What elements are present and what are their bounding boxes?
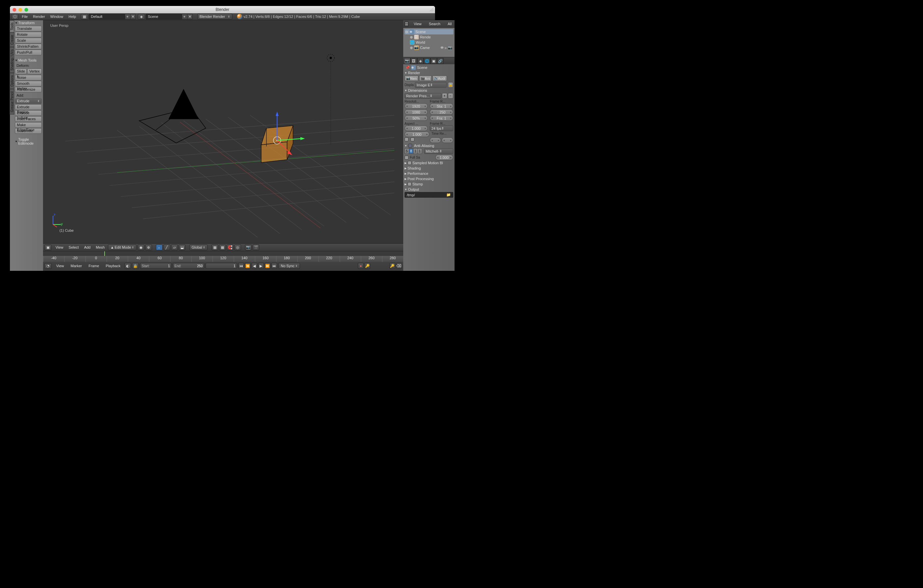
menu-help[interactable]: Help <box>66 15 79 18</box>
scene-field[interactable]: Scene <box>146 14 182 20</box>
randomize-button[interactable]: Randomize <box>15 87 42 92</box>
panel-performance[interactable]: Performance <box>404 171 453 176</box>
frame-end-field[interactable]: : 250 <box>430 109 453 115</box>
push-pull-button[interactable]: Push/Pull <box>15 50 42 55</box>
scene-delete-button[interactable]: ✕ <box>187 14 193 20</box>
play-reverse-icon[interactable]: ◀ <box>251 263 257 269</box>
scene-add-button[interactable]: + <box>182 14 187 20</box>
layout-browse-icon[interactable]: ▦ <box>81 14 88 20</box>
extrude-individual-button[interactable]: Extrude Individ... <box>15 110 42 116</box>
menu-mesh[interactable]: Mesh <box>94 245 107 249</box>
layout-add-button[interactable]: + <box>125 14 130 20</box>
make-edge-face-button[interactable]: Make Edge/Face <box>15 122 42 128</box>
end-frame-field[interactable]: End:250 <box>173 263 204 269</box>
time-new-field[interactable] <box>442 137 453 143</box>
playhead[interactable] <box>104 251 105 256</box>
proportional-icon[interactable]: ◎ <box>235 244 241 250</box>
viewport-3d[interactable]: User Persp <box>43 20 403 251</box>
render-engine-select[interactable]: Blender Render⇕ <box>197 13 232 20</box>
jump-prev-keyframe-icon[interactable]: ⏪ <box>245 263 251 269</box>
aspect-x-field[interactable]: 1.000 <box>404 125 428 131</box>
panel-mesh-tools[interactable]: Mesh Tools <box>15 57 42 63</box>
display-mode-select[interactable]: Image E ⇕ <box>415 82 446 88</box>
resolution-x-field[interactable]: 1920 <box>404 103 428 109</box>
frame-step-field[interactable]: Fra: 1 <box>430 115 453 121</box>
tl-menu-view[interactable]: View <box>54 264 67 268</box>
timeline-ruler[interactable]: -40-20 020 4060 80100 120140 160180 2002… <box>43 256 403 262</box>
menu-render[interactable]: Render <box>30 15 48 18</box>
antialiasing-check[interactable] <box>408 144 412 148</box>
layers2-icon[interactable]: ▦ <box>219 244 226 250</box>
editor-type-icon[interactable]: ⓘ <box>11 14 18 20</box>
panel-dimensions[interactable]: Dimensions <box>404 88 453 93</box>
jump-next-keyframe-icon[interactable]: ⏩ <box>265 263 271 269</box>
start-frame-field[interactable]: Start:1 <box>140 263 171 269</box>
face-select-icon[interactable]: ▱ <box>171 244 178 250</box>
render-anim-icon[interactable]: 🎬 <box>253 244 259 250</box>
panel-shading[interactable]: Shading <box>404 166 453 171</box>
minimize-window-button[interactable] <box>18 8 22 11</box>
panel-post-processing[interactable]: Post Processing <box>404 176 453 181</box>
outliner[interactable]: ⊖◈Scene ⊕🖼Rende 🌐World ⊕📷Came 👁 ▹ 📷 <box>403 28 455 57</box>
noise-button[interactable]: Noise <box>15 75 42 80</box>
keyingset-add-icon[interactable]: 🔑 <box>390 263 395 269</box>
jump-first-icon[interactable]: ⏮ <box>238 263 244 269</box>
maximize-window-button[interactable] <box>25 8 28 11</box>
tl-menu-marker[interactable]: Marker <box>68 264 84 268</box>
panel-output[interactable]: Output <box>404 187 453 192</box>
outliner-menu-all[interactable]: All <box>445 22 454 26</box>
context-world-icon[interactable]: 🌐 <box>424 58 430 64</box>
preset-add-button[interactable]: + <box>442 93 447 99</box>
output-path-field[interactable]: /tmp/📁 <box>404 192 453 198</box>
editor-type-outliner-icon[interactable]: ☰ <box>404 21 409 27</box>
anim-button[interactable]: 🎬Ani <box>419 76 432 81</box>
full-sample-check[interactable] <box>404 156 409 159</box>
lock-display-icon[interactable]: 🔒 <box>448 82 453 88</box>
pivot-icon[interactable]: ⊕ <box>145 244 152 250</box>
current-frame-field[interactable]: 1 <box>205 263 237 269</box>
smooth-vertex-button[interactable]: Smooth Vertex <box>15 81 42 86</box>
keyingset-remove-icon[interactable]: ⌫ <box>396 263 402 269</box>
panel-toggle-editmode[interactable]: Toggle Editmode <box>15 137 42 146</box>
orientation-select[interactable]: Global ⇕ <box>189 244 208 250</box>
tl-menu-playback[interactable]: Playback <box>103 264 123 268</box>
timeline-region[interactable] <box>43 251 403 256</box>
context-render-layers-icon[interactable]: 🖼 <box>411 58 417 64</box>
close-window-button[interactable] <box>13 8 16 11</box>
render-presets-select[interactable]: Render Pres... ⇕ <box>404 93 441 99</box>
shading-mode-icon[interactable]: ◉ <box>138 244 145 250</box>
panel-render[interactable]: Render <box>404 70 453 76</box>
resolution-y-field[interactable]: 1080 <box>404 109 428 115</box>
scene-browse-icon[interactable]: ◈ <box>138 14 145 20</box>
context-constraints-icon[interactable]: 🔗 <box>437 58 443 64</box>
outliner-menu-view[interactable]: View <box>411 22 424 26</box>
panel-sampled-motion-blur[interactable]: Sampled Motion Bl <box>404 160 453 166</box>
border-check[interactable] <box>404 137 409 141</box>
slide-vertex-button[interactable]: Vertex <box>27 69 41 74</box>
aa-samples-segment[interactable]: 5811 <box>404 148 422 154</box>
menu-view[interactable]: View <box>54 245 66 249</box>
editor-type-3dview-icon[interactable]: ▣ <box>44 245 52 250</box>
panel-stamp[interactable]: Stamp <box>404 181 453 187</box>
time-old-field[interactable] <box>430 137 441 143</box>
sync-select[interactable]: No Sync ⇕ <box>278 263 300 269</box>
shrink-fatten-button[interactable]: Shrink/Fatten <box>15 44 42 49</box>
menu-add[interactable]: Add <box>82 245 93 249</box>
outliner-menu-search[interactable]: Search <box>426 22 443 26</box>
frame-start-field[interactable]: Sta: 1 <box>430 103 453 109</box>
tab-create[interactable]: Create <box>10 33 14 47</box>
context-object-icon[interactable]: ▣ <box>430 58 437 64</box>
editor-type-timeline-icon[interactable]: ◔ <box>44 263 52 269</box>
extrude-region-button[interactable]: Extrude Region <box>15 104 42 110</box>
jump-last-icon[interactable]: ⏭ <box>271 263 277 269</box>
tab-tools[interactable]: Tools <box>10 20 14 33</box>
key-icon[interactable]: 🔑 <box>365 263 370 269</box>
scale-button[interactable]: Scale <box>15 38 42 43</box>
menu-select[interactable]: Select <box>67 245 81 249</box>
panel-antialiasing[interactable]: Anti-Aliasing <box>404 143 453 148</box>
tab-options[interactable]: Options <box>10 73 14 89</box>
mode-select[interactable]: ▲ Edit Mode ⇕ <box>108 244 136 250</box>
subdivide-button[interactable]: Subdivide <box>15 128 42 134</box>
aspect-y-field[interactable]: 1.000 <box>404 131 430 137</box>
layout-delete-button[interactable]: ✕ <box>130 14 136 20</box>
